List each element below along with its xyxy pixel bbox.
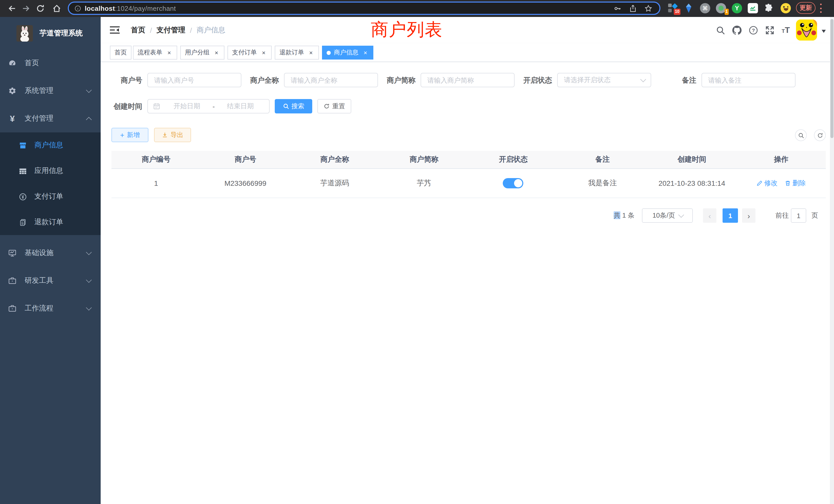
sidebar-item-system[interactable]: 系统管理 [0, 77, 101, 105]
tag-refund-order[interactable]: 退款订单 × [275, 46, 319, 60]
tag-home[interactable]: 首页 [110, 46, 131, 60]
status-toggle[interactable] [503, 178, 524, 188]
sidebar-item-pay-order[interactable]: 支付订单 [0, 184, 101, 209]
window-scrollbar [830, 17, 834, 504]
yen-icon: ¥ [8, 114, 17, 123]
sidebar-fold-icon[interactable] [110, 25, 120, 35]
browser-home-icon[interactable] [52, 4, 61, 13]
breadcrumb-payment[interactable]: 支付管理 [157, 25, 185, 35]
yen-circle-icon [19, 193, 27, 201]
tag-pay-order[interactable]: 支付订单 × [227, 46, 272, 60]
merchant-table: 商户编号 商户号 商户全称 商户简称 开启状态 备注 创建时间 操作 1 M23… [111, 151, 826, 198]
password-key-icon[interactable] [614, 4, 621, 12]
sidebar-item-label: 系统管理 [25, 86, 53, 95]
next-page-button[interactable]: › [742, 208, 755, 223]
add-button-label: 新增 [127, 131, 140, 139]
add-button[interactable]: + 新增 [111, 128, 148, 142]
github-icon[interactable] [732, 25, 742, 35]
extension-emoji-icon[interactable] [781, 3, 791, 13]
extension-puzzle-icon[interactable] [764, 3, 774, 13]
browser-update-button[interactable]: 更新 [796, 2, 815, 14]
reset-button[interactable]: 重置 [317, 99, 351, 113]
short-name-input[interactable] [421, 73, 514, 87]
tag-label: 商户信息 [334, 48, 358, 57]
extension-y-icon[interactable]: Y [732, 3, 742, 13]
fullscreen-icon[interactable] [765, 25, 774, 35]
merchant-no-input[interactable] [147, 73, 241, 87]
pagination-total: 共 1 条 [614, 208, 635, 223]
status-select[interactable]: 请选择开启状态 [557, 73, 651, 87]
merchant-name-input[interactable] [284, 73, 378, 87]
sidebar-item-infrastructure[interactable]: 基础设施 [0, 239, 101, 267]
browser-menu-icon[interactable] [820, 4, 822, 13]
url-bar[interactable]: localhost:1024/pay/merchant [68, 2, 660, 15]
browser-reload-icon[interactable] [36, 4, 45, 13]
create-time-range-picker[interactable]: 开始日期 - 结束日期 [147, 99, 270, 113]
scrollbar-thumb[interactable] [830, 19, 833, 138]
breadcrumb-home[interactable]: 首页 [131, 25, 145, 35]
close-icon[interactable]: × [260, 49, 267, 56]
sidebar-item-workflow[interactable]: 工作流程 [0, 295, 101, 322]
close-icon[interactable]: × [166, 49, 173, 56]
grid-icon [19, 167, 27, 175]
avatar-caret-icon[interactable] [822, 29, 826, 35]
delete-link[interactable]: 删除 [785, 179, 806, 188]
page-1-button[interactable]: 1 [723, 208, 738, 223]
refresh-table-button[interactable] [814, 129, 826, 141]
store-icon [19, 141, 27, 149]
edit-link[interactable]: 修改 [756, 179, 777, 188]
search-button[interactable]: 搜索 [275, 99, 312, 113]
export-button[interactable]: 导出 [154, 128, 191, 142]
remark-input[interactable] [702, 73, 795, 87]
payment-submenu: 商户信息 应用信息 支付订单 退款订单 [0, 132, 101, 235]
close-icon[interactable]: × [308, 49, 314, 56]
page-size-select[interactable]: 10条/页 [642, 208, 693, 223]
browser-forward-icon[interactable] [22, 4, 30, 13]
sidebar-item-payment[interactable]: ¥ 支付管理 [0, 105, 101, 132]
short-name-label: 商户简称 [374, 73, 415, 87]
font-size-icon[interactable]: TT [782, 26, 790, 34]
sidebar-item-home[interactable]: 首页 [0, 49, 101, 77]
sidebar-item-dev-tools[interactable]: 研发工具 [0, 267, 101, 295]
column-header: 商户简称 [379, 151, 468, 168]
extension-tabs-icon[interactable]: 10 [667, 3, 678, 13]
sidebar-item-label: 商户信息 [35, 141, 63, 150]
reset-button-label: 重置 [332, 102, 345, 111]
toggle-search-button[interactable] [795, 129, 807, 141]
help-icon[interactable]: ? [749, 25, 758, 35]
trash-icon [785, 180, 791, 186]
url-host: localhost [85, 4, 115, 12]
sidebar-item-refund-order[interactable]: 退款订单 [0, 209, 101, 235]
status-label: 开启状态 [510, 73, 552, 87]
tag-merchant-info[interactable]: 商户信息 × [322, 46, 373, 60]
extension-command-icon[interactable]: ⌘ [700, 3, 710, 13]
url-text: localhost:1024/pay/merchant [85, 4, 176, 12]
extension-chart-icon[interactable] [748, 3, 758, 13]
goto-page-input[interactable] [791, 208, 806, 223]
start-date-placeholder: 开始日期 [163, 101, 211, 111]
site-info-icon[interactable] [74, 5, 81, 12]
extension-profile-icon[interactable]: 1 [716, 3, 726, 13]
edit-pencil-icon [756, 180, 763, 186]
share-icon[interactable] [629, 4, 637, 12]
sidebar-item-label: 首页 [25, 59, 39, 68]
close-icon[interactable]: × [213, 49, 220, 56]
sidebar-item-app-info[interactable]: 应用信息 [0, 158, 101, 184]
prev-page-button[interactable]: ‹ [703, 208, 717, 223]
bookmark-star-icon[interactable] [644, 4, 652, 12]
sidebar-item-merchant-info[interactable]: 商户信息 [0, 132, 101, 158]
tag-user-group[interactable]: 用户分组 × [180, 46, 224, 60]
tag-process-form[interactable]: 流程表单 × [133, 46, 177, 60]
app-logo[interactable]: 芋道管理系统 [0, 22, 101, 45]
avatar[interactable] [796, 20, 817, 41]
column-header: 操作 [737, 151, 826, 168]
close-icon[interactable]: × [362, 49, 369, 56]
merchant-name-label: 商户全称 [237, 73, 279, 87]
browser-back-icon[interactable] [8, 4, 17, 13]
extension-kite-icon[interactable] [683, 3, 694, 13]
monitor-icon [8, 249, 17, 257]
column-header: 商户编号 [111, 151, 201, 168]
search-icon[interactable] [716, 25, 725, 35]
sidebar-menu: 首页 系统管理 ¥ 支付管理 商户信息 [0, 49, 101, 322]
cell-merchant-name: 芋道源码 [290, 169, 379, 198]
